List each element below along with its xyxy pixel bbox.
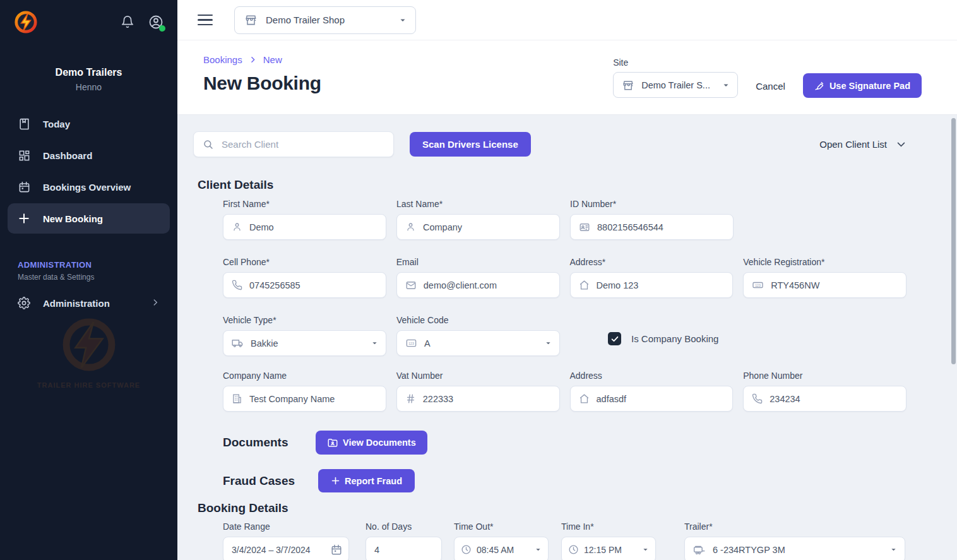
sidebar-item-administration[interactable]: Administration bbox=[8, 288, 170, 318]
cell-phone-label: Cell Phone* bbox=[223, 257, 386, 267]
sidebar-nav: Today Dashboard Bookings Overview New Bo… bbox=[0, 109, 177, 234]
client-details-form: First Name* Last Name* bbox=[223, 199, 906, 412]
first-name-label: First Name* bbox=[223, 199, 386, 209]
no-of-days-field: No. of Days bbox=[366, 521, 442, 560]
id-number-input[interactable] bbox=[597, 222, 725, 232]
cell-phone-field: Cell Phone* bbox=[223, 257, 386, 298]
open-client-list-toggle[interactable]: Open Client List bbox=[819, 139, 906, 150]
fraud-cases-row: Fraud Cases Report Fraud bbox=[223, 469, 906, 492]
address-input[interactable] bbox=[597, 280, 725, 290]
search-icon bbox=[203, 139, 214, 150]
report-fraud-button[interactable]: Report Fraud bbox=[318, 469, 415, 492]
last-name-label: Last Name* bbox=[396, 199, 560, 209]
sidebar-item-dashboard[interactable]: Dashboard bbox=[8, 140, 170, 170]
folder-user-icon bbox=[327, 437, 338, 448]
cell-phone-input[interactable] bbox=[249, 280, 378, 290]
shop-selector[interactable]: Demo Trailer Shop bbox=[234, 6, 416, 34]
admin-nav: Administration bbox=[0, 288, 177, 318]
vat-number-field: Vat Number bbox=[396, 371, 560, 412]
caret-down-icon bbox=[642, 546, 649, 553]
email-field: Email bbox=[396, 257, 560, 298]
use-signature-pad-button[interactable]: Use Signature Pad bbox=[803, 73, 922, 98]
calendar-icon[interactable] bbox=[331, 544, 342, 556]
signature-pen-icon bbox=[814, 80, 825, 91]
mail-icon bbox=[405, 280, 417, 291]
breadcrumb-bookings[interactable]: Bookings bbox=[203, 54, 242, 65]
cancel-button[interactable]: Cancel bbox=[752, 74, 789, 98]
last-name-input[interactable] bbox=[423, 222, 552, 232]
time-out-select[interactable]: 08:45 AM bbox=[454, 537, 549, 560]
hamburger-menu-icon[interactable] bbox=[198, 15, 213, 26]
breadcrumb-new[interactable]: New bbox=[263, 54, 282, 65]
sidebar-item-new-booking[interactable]: New Booking bbox=[8, 203, 170, 234]
time-in-label: Time In* bbox=[561, 521, 656, 532]
documents-row: Documents View Documents bbox=[223, 431, 906, 455]
phone-icon bbox=[232, 280, 242, 290]
id-number-field: ID Number* bbox=[570, 199, 734, 240]
use-signature-pad-label: Use Signature Pad bbox=[829, 81, 910, 91]
phone-number-input[interactable] bbox=[770, 394, 898, 404]
company-address-input[interactable] bbox=[597, 394, 725, 404]
svg-text:123: 123 bbox=[408, 342, 414, 345]
header-actions: Site Demo Trailer S... Cancel Use Sig bbox=[613, 54, 922, 114]
gear-icon bbox=[18, 297, 30, 309]
chevron-down-icon bbox=[896, 139, 906, 150]
booking-details-heading: Booking Details bbox=[198, 501, 906, 515]
search-client-input[interactable] bbox=[222, 139, 384, 150]
trailer-value: 6 -234RTYGP 3M bbox=[713, 545, 785, 555]
page-header: Bookings New New Booking Site Demo Trail… bbox=[177, 40, 957, 115]
vehicle-type-value: Bakkie bbox=[251, 338, 278, 349]
home-icon bbox=[579, 280, 590, 290]
site-selector[interactable]: Demo Trailer S... bbox=[613, 72, 738, 98]
watermark-logo: TRAILER HIRE SOFTWARE bbox=[0, 314, 177, 389]
scrollbar-thumb[interactable] bbox=[951, 118, 956, 364]
vat-number-label: Vat Number bbox=[396, 371, 560, 381]
caret-down-icon bbox=[535, 546, 542, 553]
vehicle-type-select[interactable]: Bakkie bbox=[223, 330, 386, 356]
date-range-input[interactable] bbox=[232, 545, 324, 555]
view-documents-label: View Documents bbox=[343, 438, 416, 448]
org-subtitle: Henno bbox=[0, 82, 177, 92]
id-card-icon bbox=[579, 222, 590, 233]
vehicle-registration-input[interactable] bbox=[771, 280, 898, 290]
company-name-input[interactable] bbox=[249, 394, 378, 404]
time-in-select[interactable]: 12:15 PM bbox=[561, 537, 656, 560]
first-name-input[interactable] bbox=[249, 222, 378, 232]
license-plate-icon: 123 bbox=[752, 279, 764, 291]
time-in-field: Time In* 12:15 PM bbox=[561, 521, 656, 560]
scan-drivers-license-button[interactable]: Scan Drivers License bbox=[410, 132, 531, 157]
sidebar-item-label: Bookings Overview bbox=[43, 182, 131, 193]
caret-down-icon bbox=[545, 340, 552, 347]
store-icon bbox=[622, 80, 634, 91]
is-company-booking-checkbox[interactable] bbox=[608, 332, 621, 345]
vehicle-code-select[interactable]: 123 A bbox=[396, 330, 560, 356]
address-field: Address* bbox=[570, 257, 734, 298]
account-icon[interactable] bbox=[148, 15, 163, 30]
no-of-days-input[interactable] bbox=[374, 545, 434, 555]
sidebar-item-today[interactable]: Today bbox=[8, 109, 170, 139]
watermark-text: TRAILER HIRE SOFTWARE bbox=[37, 381, 140, 389]
app-logo-icon bbox=[14, 10, 38, 34]
trailer-select[interactable]: 6 -234RTYGP 3M bbox=[684, 537, 905, 560]
org-block: Demo Trailers Henno bbox=[0, 67, 177, 92]
vehicle-type-field: Vehicle Type* Bakkie bbox=[223, 315, 386, 356]
vehicle-registration-field: Vehicle Registration* 123 bbox=[743, 257, 906, 298]
company-name-field: Company Name bbox=[223, 371, 386, 412]
email-label: Email bbox=[396, 257, 560, 267]
plus-icon bbox=[331, 476, 340, 486]
topbar: Demo Trailer Shop bbox=[177, 0, 957, 40]
open-client-list-label: Open Client List bbox=[819, 139, 887, 150]
notifications-bell-icon[interactable] bbox=[121, 15, 134, 29]
caret-down-icon bbox=[371, 340, 378, 347]
time-out-field: Time Out* 08:45 AM bbox=[454, 521, 549, 560]
email-input[interactable] bbox=[424, 280, 552, 290]
sidebar: Demo Trailers Henno Today Dashboard B bbox=[0, 0, 177, 560]
breadcrumb-chevron-icon bbox=[249, 56, 257, 64]
person-icon bbox=[232, 222, 242, 232]
sidebar-item-bookings-overview[interactable]: Bookings Overview bbox=[8, 172, 170, 202]
last-name-field: Last Name* bbox=[396, 199, 560, 240]
vat-number-input[interactable] bbox=[423, 394, 552, 404]
breadcrumb: Bookings New bbox=[203, 54, 321, 65]
view-documents-button[interactable]: View Documents bbox=[316, 431, 427, 455]
calendar-icon bbox=[18, 181, 30, 193]
